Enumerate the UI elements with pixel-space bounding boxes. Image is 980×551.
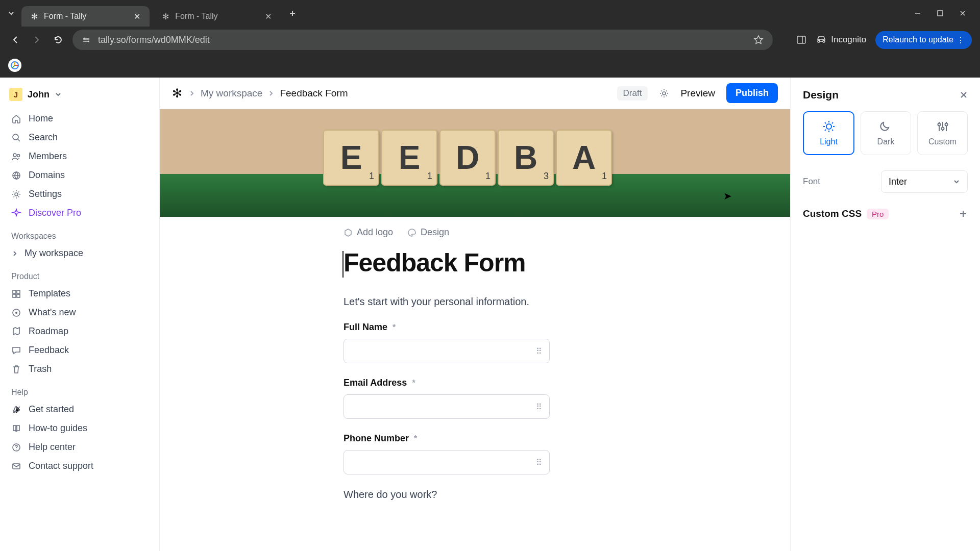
settings-gear-button[interactable] xyxy=(659,88,669,98)
sidebar-item-members[interactable]: Members xyxy=(0,147,159,166)
editor-topbar: ✻ My workspace Feedback Form Draft Previ… xyxy=(160,78,790,109)
sidebar-item-contact[interactable]: Contact support xyxy=(0,457,159,475)
tally-logo-icon[interactable]: ✻ xyxy=(172,86,182,101)
user-menu[interactable]: J John xyxy=(0,85,159,109)
bookmark-star-icon[interactable] xyxy=(753,35,764,45)
google-shortcut[interactable] xyxy=(8,59,21,72)
add-logo-label: Add logo xyxy=(357,227,393,238)
svg-rect-13 xyxy=(17,294,20,297)
plus-icon xyxy=(959,209,968,218)
phone-input[interactable]: ⠿ xyxy=(344,450,550,474)
design-button[interactable]: Design xyxy=(407,227,449,238)
add-css-button[interactable] xyxy=(959,209,968,218)
svg-point-21 xyxy=(941,128,944,130)
form-title[interactable]: Feedback Form xyxy=(344,244,790,296)
app-root: J John Home Search Members Domains Setti… xyxy=(0,78,980,551)
nav-label: Discover Pro xyxy=(29,208,81,218)
close-icon xyxy=(959,10,966,17)
gear-icon xyxy=(11,189,21,199)
hexagon-icon xyxy=(344,228,353,237)
panel-icon[interactable] xyxy=(796,35,806,45)
custom-css-label: Custom CSS Pro xyxy=(803,208,889,219)
main-area: ✻ My workspace Feedback Form Draft Previ… xyxy=(160,78,980,551)
editor-column: ✻ My workspace Feedback Form Draft Previ… xyxy=(160,78,790,551)
relaunch-button[interactable]: Relaunch to update ⋮ xyxy=(875,31,972,49)
intro-text[interactable]: Let's start with your personal informati… xyxy=(344,296,790,322)
drag-handle-icon[interactable]: ⠿ xyxy=(536,458,543,467)
sidebar-item-settings[interactable]: Settings xyxy=(0,185,159,204)
sidebar-item-whats-new[interactable]: What's new xyxy=(0,303,159,322)
tab-search-dropdown[interactable] xyxy=(4,6,18,20)
whatsnew-icon xyxy=(11,308,21,318)
svg-point-2 xyxy=(88,41,89,42)
workspace-name: My workspace xyxy=(24,248,83,259)
chevron-right-icon xyxy=(11,250,18,257)
reload-button[interactable] xyxy=(51,33,65,47)
question-text[interactable]: Where do you work? xyxy=(344,489,790,500)
members-icon xyxy=(11,152,21,162)
sidebar-item-templates[interactable]: Templates xyxy=(0,284,159,303)
breadcrumb: My workspace Feedback Form xyxy=(189,88,348,99)
drag-handle-icon[interactable]: ⠿ xyxy=(536,346,543,356)
incognito-label: Incognito xyxy=(831,35,866,45)
svg-rect-11 xyxy=(17,290,20,293)
address-bar[interactable]: tally.so/forms/wd0MMK/edit xyxy=(72,30,773,50)
gear-icon xyxy=(659,88,669,98)
sidebar-item-howto[interactable]: How-to guides xyxy=(0,419,159,438)
cover-image[interactable]: E1 E1 D1 B3 A1 ➤ xyxy=(160,109,790,217)
add-logo-button[interactable]: Add logo xyxy=(344,227,393,238)
chevron-right-icon xyxy=(268,90,274,97)
workspace-item[interactable]: My workspace xyxy=(0,244,159,263)
field-label[interactable]: Full Name * xyxy=(344,322,790,339)
breadcrumb-form[interactable]: Feedback Form xyxy=(280,88,348,99)
cover-tiles-decoration: E1 E1 D1 B3 A1 xyxy=(323,130,612,186)
sidebar-item-domains[interactable]: Domains xyxy=(0,166,159,185)
breadcrumb-workspace[interactable]: My workspace xyxy=(201,88,262,99)
font-select[interactable]: Inter xyxy=(881,170,968,193)
sidebar-item-help-center[interactable]: Help center xyxy=(0,438,159,457)
site-info-icon[interactable] xyxy=(82,35,91,44)
browser-tab-inactive[interactable]: ✻ Form - Tally ✕ xyxy=(153,6,281,27)
close-icon[interactable]: ✕ xyxy=(132,12,141,21)
forward-button[interactable] xyxy=(30,33,44,47)
nav-label: Feedback xyxy=(29,345,69,356)
theme-dark[interactable]: Dark xyxy=(861,111,911,155)
product-section-label: Product xyxy=(0,263,159,284)
sidebar-item-home[interactable]: Home xyxy=(0,109,159,128)
design-panel: Design Light Dark Custom xyxy=(790,78,980,551)
url-text: tally.so/forms/wd0MMK/edit xyxy=(98,35,746,45)
full-name-input[interactable]: ⠿ xyxy=(344,339,550,363)
sidebar-item-discover-pro[interactable]: Discover Pro xyxy=(0,204,159,222)
field-label[interactable]: Phone Number * xyxy=(344,433,790,450)
publish-button[interactable]: Publish xyxy=(726,83,778,103)
maximize-button[interactable] xyxy=(935,8,945,18)
maximize-icon xyxy=(937,10,944,17)
back-button[interactable] xyxy=(8,33,22,47)
sidebar-item-trash[interactable]: Trash xyxy=(0,360,159,379)
drag-handle-icon[interactable]: ⠿ xyxy=(536,402,543,412)
help-icon xyxy=(11,442,21,453)
google-icon xyxy=(10,61,19,70)
sparkle-icon xyxy=(11,208,21,218)
theme-custom[interactable]: Custom xyxy=(917,111,968,155)
sidebar-item-get-started[interactable]: Get started xyxy=(0,400,159,419)
sidebar-item-search[interactable]: Search xyxy=(0,128,159,147)
sidebar-item-feedback[interactable]: Feedback xyxy=(0,341,159,360)
browser-tab-active[interactable]: ✻ Form - Tally ✕ xyxy=(21,6,150,27)
close-icon[interactable]: ✕ xyxy=(264,12,273,21)
incognito-badge[interactable]: Incognito xyxy=(816,34,866,45)
new-tab-button[interactable] xyxy=(285,6,300,20)
field-label[interactable]: Email Address * xyxy=(344,378,790,394)
close-window-button[interactable] xyxy=(958,8,968,18)
minimize-button[interactable] xyxy=(913,8,923,18)
preview-button[interactable]: Preview xyxy=(680,88,715,99)
tile: D1 xyxy=(439,130,496,186)
close-panel-button[interactable] xyxy=(960,91,968,99)
nav-label: Settings xyxy=(29,189,62,199)
close-icon xyxy=(960,91,968,99)
svg-point-18 xyxy=(663,92,666,95)
svg-point-1 xyxy=(84,38,85,39)
email-input[interactable]: ⠿ xyxy=(344,394,550,419)
theme-light[interactable]: Light xyxy=(803,111,854,155)
sidebar-item-roadmap[interactable]: Roadmap xyxy=(0,322,159,341)
